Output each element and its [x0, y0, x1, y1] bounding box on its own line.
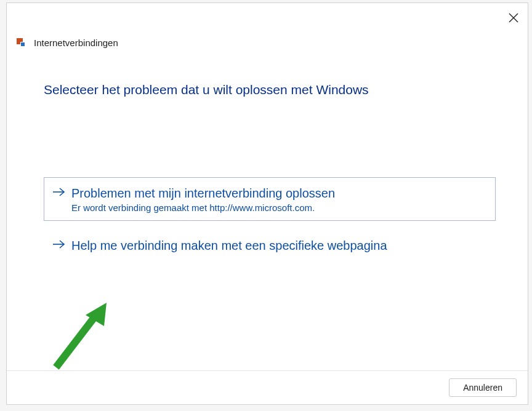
- page-heading: Selecteer het probleem dat u wilt oploss…: [44, 82, 496, 97]
- arrow-right-icon: [53, 188, 65, 196]
- titlebar: [7, 3, 528, 33]
- option-subtitle: Er wordt verbinding gemaakt met http://w…: [71, 202, 335, 213]
- option-text: Problemen met mijn internetverbinding op…: [71, 185, 335, 213]
- cancel-button[interactable]: Annuleren: [449, 378, 517, 397]
- troubleshooter-icon: [17, 38, 29, 48]
- close-button[interactable]: [508, 12, 519, 23]
- content-area: Selecteer het probleem dat u wilt oploss…: [7, 58, 528, 370]
- footer: Annuleren: [7, 370, 528, 404]
- option-text: Help me verbinding maken met een specifi…: [71, 237, 387, 253]
- option-specific-webpage[interactable]: Help me verbinding maken met een specifi…: [44, 229, 496, 261]
- header-row: Internetverbindingen: [7, 33, 528, 58]
- window-title: Internetverbindingen: [34, 38, 118, 48]
- arrow-right-icon: [53, 240, 65, 249]
- option-title: Problemen met mijn internetverbinding op…: [71, 185, 335, 201]
- option-troubleshoot-internet[interactable]: Problemen met mijn internetverbinding op…: [44, 177, 496, 221]
- option-title: Help me verbinding maken met een specifi…: [71, 237, 387, 253]
- troubleshooter-window: Internetverbindingen Selecteer het probl…: [6, 2, 528, 405]
- close-icon: [509, 13, 518, 23]
